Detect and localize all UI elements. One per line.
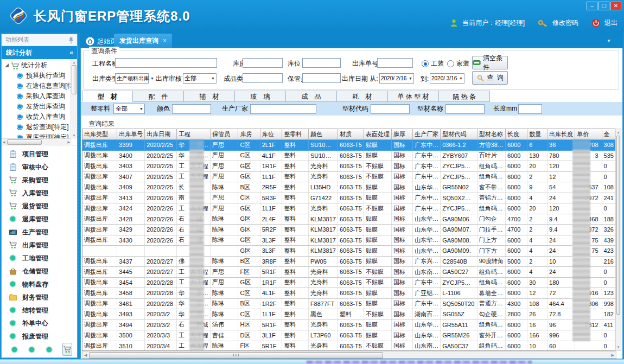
- tab-close-icon[interactable]: ×: [163, 37, 167, 44]
- table-row[interactable]: 调拨出库35102020/3/4工 共工程陈琳F区5R1F整料光身料6063-T…: [82, 341, 616, 351]
- color-input[interactable]: [172, 104, 211, 114]
- pin-icon[interactable]: [68, 36, 74, 43]
- tree-root[interactable]: 统计分析: [2, 60, 71, 71]
- table-row[interactable]: 调拨出库33992020/2/25华 原…严思C区2L1F整料SU10…6063…: [82, 140, 616, 151]
- table-row[interactable]: 调拨出库34242020/2/26工 共工程严思G区1L1F整料光身料6063-…: [82, 203, 616, 214]
- sidebar-menu-item[interactable]: 生产管理: [2, 226, 77, 239]
- column-header[interactable]: 出库长度: [547, 129, 575, 140]
- clear-conditions-button[interactable]: 清空条件: [472, 56, 508, 69]
- scroll-thumb[interactable]: [72, 65, 77, 94]
- column-header[interactable]: 数量: [527, 129, 547, 140]
- material-tab[interactable]: 型 材: [82, 91, 133, 102]
- close-button[interactable]: ✕: [610, 2, 621, 10]
- column-header[interactable]: 型材名称: [477, 129, 505, 140]
- scroll-thumb[interactable]: [89, 352, 383, 359]
- date-to-picker[interactable]: 2020/ 3/16▼: [430, 73, 464, 84]
- column-header[interactable]: 材质: [338, 129, 364, 140]
- circle-icon[interactable]: [10, 346, 18, 354]
- column-header[interactable]: 长度: [505, 129, 527, 140]
- table-row[interactable]: 调拨出库34932020/3/2华 原…陈琳C区1L1F整料黑色塑料不贴膜国标湖…: [82, 309, 616, 320]
- logout-link[interactable]: 退出: [604, 18, 617, 28]
- material-tab[interactable]: 成 品: [286, 91, 337, 102]
- sidebar-menu-item[interactable]: 工地管理: [2, 252, 77, 265]
- table-row[interactable]: 调拨出库34032020/2/25工 共工程严思G区1R1F整料光身料6063-…: [82, 161, 616, 172]
- column-header[interactable]: 单价: [575, 129, 602, 140]
- profile-name-input[interactable]: [445, 104, 485, 114]
- material-tab[interactable]: 耗 材: [337, 91, 388, 102]
- table-row[interactable]: 调拨出库34282020/2/26石 城陈琳G区2L4F整料KLM3817606…: [82, 214, 616, 225]
- table-row[interactable]: G区3L3F整料KLM38176063-T5贴膜国标山东华…GA90M09.门下…: [82, 246, 616, 257]
- radio-jiazhuang[interactable]: 家装: [447, 59, 469, 68]
- profile-code-input[interactable]: [371, 104, 410, 114]
- column-header[interactable]: 出库日期: [145, 129, 177, 140]
- sidebar-menu-item[interactable]: 采购管理: [2, 174, 77, 187]
- table-row[interactable]: 调拨出库34542020/2/28工 共工程严思G区1R1F整料光身料6063-…: [82, 277, 616, 288]
- order-no-input[interactable]: [377, 58, 413, 68]
- column-header[interactable]: 生产厂家: [413, 129, 441, 140]
- table-row[interactable]: 调拨出库34092020/2/25长 …陈琳B区2R5F整料LI35HD6063…: [82, 182, 616, 193]
- material-tab[interactable]: 配 件: [133, 91, 184, 102]
- search-button[interactable]: 查 询: [472, 71, 508, 85]
- column-header[interactable]: 型材代码: [441, 129, 477, 140]
- table-row[interactable]: 调拨出库34292020/2/26石 城陈琳G区5R2F整料KLM3817606…: [82, 225, 616, 235]
- out-audit-select[interactable]: 全部▼: [183, 73, 217, 84]
- sidebar-menu-item[interactable]: 仓储管理: [2, 265, 77, 278]
- sidebar-menu-item[interactable]: 审核中心: [2, 161, 77, 174]
- sidebar-menu-item[interactable]: 入库管理: [2, 187, 77, 200]
- tree-item[interactable]: 发货出库查询: [2, 101, 71, 112]
- radio-gongzhuang[interactable]: 工装: [422, 59, 444, 68]
- tab-list-dropdown-icon[interactable]: ▼: [607, 39, 611, 43]
- location-input[interactable]: [302, 58, 341, 68]
- tree-item[interactable]: 采购入库查询: [2, 91, 71, 101]
- table-row[interactable]: 调拨出库34132020/2/26南 …严思C区5R3F整料G714226063…: [82, 193, 616, 203]
- maximize-button[interactable]: ▢: [598, 2, 609, 10]
- sidebar-menu-item[interactable]: 报废管理: [2, 330, 77, 343]
- column-header[interactable]: 膜厚: [391, 129, 412, 140]
- sidebar-menu-item[interactable]: 项目管理: [2, 148, 77, 161]
- column-header[interactable]: 金: [602, 129, 615, 140]
- column-header[interactable]: 整零料: [282, 129, 308, 140]
- table-row[interactable]: 调拨出库34002020/2/25华 原…严思C区4L1F整料SU10…6063…: [82, 150, 616, 161]
- warehouse-input[interactable]: [243, 58, 283, 68]
- sidebar-menu-item[interactable]: 结转管理: [2, 304, 77, 317]
- keeper-input[interactable]: [302, 73, 341, 83]
- tree-vertical-scrollbar[interactable]: ▲ ▼: [71, 59, 77, 139]
- tree-horizontal-scrollbar[interactable]: ◀ ▶: [2, 138, 71, 145]
- sidebar-menu-item[interactable]: 财务管理: [2, 291, 77, 304]
- column-header[interactable]: 表面处理: [364, 129, 391, 140]
- tree-item[interactable]: 预算执行查询: [2, 71, 71, 81]
- table-row[interactable]: 调拨出库34942020/3/2石 辉城汤伟H区5R1F整料光身料6063-T5…: [82, 320, 616, 330]
- column-header[interactable]: 库房: [238, 129, 260, 140]
- material-tab[interactable]: 隔 热 条: [439, 91, 490, 102]
- manufacturer-input[interactable]: [250, 104, 316, 114]
- toolbar-cart-button[interactable]: [62, 343, 72, 356]
- tree-item[interactable]: 收货入库查询: [2, 112, 71, 122]
- grid-horizontal-scrollbar[interactable]: ◀ ▶: [82, 351, 616, 359]
- column-header[interactable]: 出库类型: [82, 129, 117, 140]
- minimize-button[interactable]: –: [587, 2, 597, 10]
- sidebar-menu-item[interactable]: 补单中心: [2, 317, 77, 330]
- tree-item[interactable]: 退货查询[待定]: [2, 122, 71, 132]
- collapse-icon[interactable]: «: [69, 46, 73, 59]
- material-tab[interactable]: 单 体 型 材: [388, 91, 439, 102]
- table-row[interactable]: 调拨出库34452020/2/27工 共工程严思F区5R1F整料光身料6063-…: [82, 267, 616, 278]
- column-header[interactable]: 工程: [177, 129, 211, 140]
- change-password-link[interactable]: 修改密码: [552, 18, 578, 28]
- table-row[interactable]: 调拨出库34612020/2/28华 原…陈琳B区1R2F整料F8877FT60…: [82, 298, 616, 309]
- material-tab[interactable]: 玻 璃: [235, 91, 286, 102]
- scroll-thumb[interactable]: [616, 136, 620, 315]
- expander-icon[interactable]: [5, 63, 9, 67]
- date-from-picker[interactable]: 2020/ 2/16▼: [379, 73, 414, 84]
- sidebar-menu-item[interactable]: 退库管理: [2, 213, 77, 226]
- table-row[interactable]: 调拨出库35002020/3/3工 共工程曹佳D区3L1F整料LT3P60606…: [82, 330, 616, 341]
- column-header[interactable]: 库位: [260, 129, 282, 140]
- scroll-thumb[interactable]: [7, 139, 42, 145]
- out-type-select[interactable]: 生产领料出库▼: [115, 73, 149, 84]
- material-tab[interactable]: 辅 材: [184, 91, 235, 102]
- length-mm-input[interactable]: [518, 104, 542, 114]
- table-row[interactable]: 调拨出库34582020/2/28华 原…陈琳C区4L1F整料光身料6063-T…: [82, 288, 616, 299]
- circle-icon[interactable]: [45, 346, 53, 354]
- tree-item[interactable]: 在途信息查询[待: [2, 81, 71, 91]
- sidebar-menu-item[interactable]: 出库管理: [2, 239, 77, 252]
- column-header[interactable]: 颜色: [308, 129, 338, 140]
